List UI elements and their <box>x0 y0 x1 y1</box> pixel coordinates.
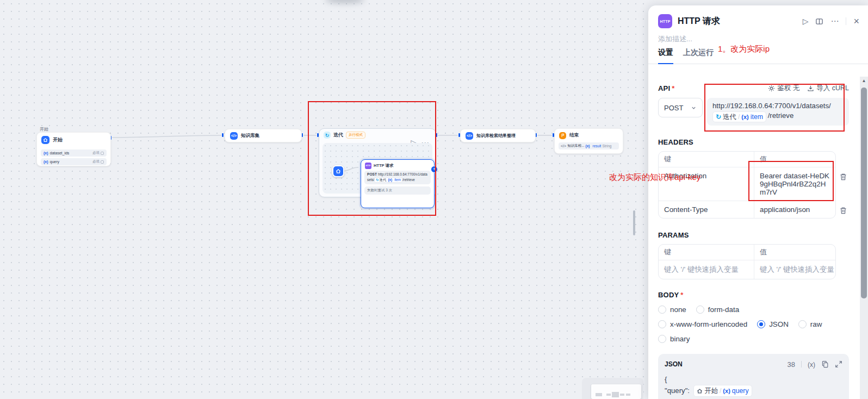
iteration-zone[interactable]: HTTP HTTP 请求 + POSThttp://192.168.0.64:7… <box>323 143 432 194</box>
params-table: 键 值 键入 '/' 键快速插入变量 键入 '/' 键快速插入变量 <box>658 244 836 279</box>
split-view-icon[interactable] <box>815 17 823 26</box>
panel-scrollbar[interactable] <box>860 77 868 399</box>
api-section-title: API <box>658 84 670 92</box>
url-input[interactable]: http://192.168.0.64:7700/v1/datasets/迭代/… <box>707 98 849 126</box>
iteration-ref-icon <box>716 112 721 122</box>
header-key-cell[interactable]: Content-Type <box>659 201 754 218</box>
headers-table: 键 值 Authorization Bearer dataset-HeDK9gH… <box>658 151 836 219</box>
start-node-outer-label: 开始 <box>40 126 48 132</box>
auth-button[interactable]: 鉴权 无 <box>768 84 799 93</box>
http-node-icon: HTTP <box>658 14 672 28</box>
variable-icon <box>723 385 730 396</box>
home-icon <box>41 136 49 144</box>
field-type-icon <box>101 152 104 155</box>
minimap[interactable] <box>582 378 643 399</box>
json-editor[interactable]: JSON 38 { "query": 开始/query <box>658 354 849 399</box>
scrollbar-thumb[interactable] <box>861 88 867 298</box>
tab-settings[interactable]: 设置 <box>658 48 673 64</box>
start-node-title: 开始 <box>53 136 63 144</box>
code-icon <box>230 132 238 140</box>
minimap-viewport <box>591 384 641 399</box>
knowledge-set-node[interactable]: 知识库集 <box>225 129 302 142</box>
variable-icon <box>388 178 392 183</box>
header-value-cell[interactable]: application/json <box>754 201 835 218</box>
import-curl-button[interactable]: 导入 cURL <box>807 84 849 93</box>
canvas-scrollbar[interactable] <box>633 210 635 235</box>
variable-icon <box>44 151 48 155</box>
body-type-raw[interactable]: raw <box>798 320 822 328</box>
variable-icon <box>741 112 748 122</box>
chevron-down-icon <box>691 105 697 111</box>
params-section-title: PARAMS <box>658 231 689 239</box>
url-variable-badge[interactable]: 迭代/item <box>712 111 766 122</box>
param-value-input[interactable]: 键入 '/' 键快速插入变量 <box>754 260 835 279</box>
body-section-title: BODY <box>658 291 679 299</box>
body-type-form-data[interactable]: form-data <box>696 306 739 314</box>
body-type-urlencoded[interactable]: x-www-form-urlencoded <box>658 320 747 328</box>
end-node[interactable]: 结束 知识库检... result String <box>554 128 623 154</box>
query-variable-badge[interactable]: 开始/query <box>693 385 752 397</box>
panel-scroll-content: API * 鉴权 无 导入 cURL POST http://192.168.0… <box>648 77 860 399</box>
http-icon: HTTP <box>365 163 371 169</box>
char-count: 38 <box>788 360 795 369</box>
more-menu-icon[interactable] <box>830 16 839 26</box>
retry-info: 失败时重试 3 次 <box>364 186 431 195</box>
http-node-config-panel: HTTP HTTP 请求 设置 上次运行 API * 鉴权 无 <box>648 5 868 399</box>
close-icon[interactable] <box>853 16 859 27</box>
header-key-cell[interactable]: Authorization <box>659 167 754 201</box>
connector-handle[interactable] <box>221 133 224 138</box>
param-key-input[interactable]: 键入 '/' 键快速插入变量 <box>659 260 754 279</box>
code-icon <box>561 144 566 148</box>
run-node-icon[interactable] <box>803 17 809 26</box>
scroll-up-arrow[interactable] <box>860 77 868 85</box>
divider <box>801 361 802 367</box>
workflow-edges <box>0 0 648 399</box>
body-type-none[interactable]: none <box>658 306 686 314</box>
variable-icon <box>44 160 48 164</box>
insert-variable-icon[interactable] <box>808 359 815 369</box>
divider <box>846 17 846 25</box>
delete-header-icon[interactable] <box>839 207 847 215</box>
json-content[interactable]: { "query": 开始/query } <box>665 374 842 399</box>
method-select[interactable]: POST <box>658 98 703 117</box>
field-type-icon <box>101 160 104 164</box>
parallel-mode-badge: 并行模式 <box>346 132 365 139</box>
header-value-cell[interactable]: Bearer dataset-HeDK9gHBqPnl4rBZ2q2Hm7rV <box>754 167 835 201</box>
code-icon <box>466 132 473 140</box>
iteration-start-node[interactable] <box>332 165 344 177</box>
start-field-dataset-ids[interactable]: dataset_ids 必填 <box>41 149 107 157</box>
home-icon <box>697 388 703 394</box>
end-output-variable: 知识库检... result String <box>559 142 619 149</box>
start-node[interactable]: 开始 dataset_ids 必填 query 必填 <box>36 132 111 166</box>
http-request-node[interactable]: HTTP HTTP 请求 + POSThttp://192.168.0.64:7… <box>361 159 435 208</box>
start-field-query[interactable]: query 必填 <box>41 158 107 165</box>
add-next-node-button[interactable]: + <box>431 166 438 173</box>
http-node-url: POSThttp://192.168.0.64:7700/v1/datasets… <box>364 171 431 184</box>
variable-icon <box>586 144 590 148</box>
tab-last-run[interactable]: 上次运行 <box>683 48 714 64</box>
workflow-canvas[interactable]: 开始 开始 dataset_ids 必填 query 必填 知识库集 <box>0 0 648 399</box>
iteration-icon <box>324 132 331 139</box>
result-arrange-node[interactable]: 知识库检索结果整理 <box>460 129 536 142</box>
panel-title: HTTP 请求 <box>678 16 720 27</box>
flag-icon <box>559 132 566 139</box>
iteration-ref-icon <box>376 178 379 183</box>
canvas-shadow <box>325 0 364 3</box>
copy-icon[interactable] <box>821 360 829 368</box>
headers-section-title: HEADERS <box>658 138 693 146</box>
body-type-binary[interactable]: binary <box>658 335 690 343</box>
description-input[interactable] <box>658 35 756 43</box>
expand-icon[interactable] <box>835 360 842 368</box>
delete-header-icon[interactable] <box>839 173 847 181</box>
body-type-json[interactable]: JSON <box>757 320 789 328</box>
iteration-node[interactable]: 迭代 并行模式 HTTP HTTP 请求 + POSThttp://192.16… <box>319 128 436 197</box>
panel-tabs: 设置 上次运行 <box>648 48 868 64</box>
